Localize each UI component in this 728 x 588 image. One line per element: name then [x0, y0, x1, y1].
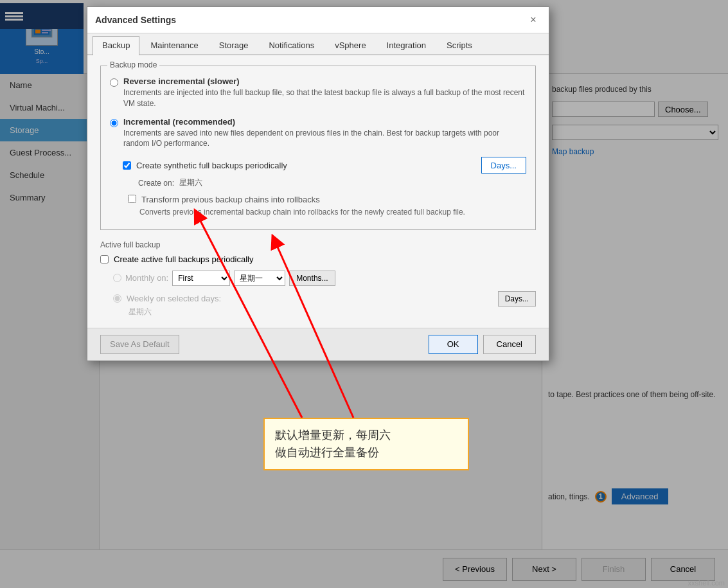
- footer-buttons: OK Cancel: [429, 335, 536, 354]
- reverse-incremental-option: Reverse incremental (slower) Increments …: [110, 76, 526, 109]
- synthetic-full-label[interactable]: Create synthetic full backups periodical…: [136, 161, 287, 170]
- backup-mode-radio-group: Reverse incremental (slower) Increments …: [110, 76, 526, 218]
- days-button[interactable]: Days...: [481, 157, 526, 174]
- synthetic-full-row: Create synthetic full backups periodical…: [123, 157, 526, 174]
- tab-notifications[interactable]: Notifications: [259, 36, 324, 54]
- monthly-label[interactable]: Monthly on:: [125, 273, 168, 283]
- tab-backup[interactable]: Backup: [93, 36, 139, 55]
- reverse-incremental-radio[interactable]: [110, 78, 118, 87]
- backup-mode-title: Backup mode: [107, 60, 159, 69]
- tab-storage[interactable]: Storage: [209, 36, 258, 54]
- incremental-desc: Increments are saved into new files depe…: [123, 128, 526, 150]
- incremental-label[interactable]: Incremental (recommended): [123, 117, 526, 127]
- active-full-backup-section: Active full backup Create active full ba…: [100, 240, 536, 317]
- dialog-tabs: Backup Maintenance Storage Notifications…: [87, 33, 549, 55]
- incremental-option: Incremental (recommended) Increments are…: [110, 117, 526, 150]
- active-full-label[interactable]: Create active full backups periodically: [114, 254, 254, 264]
- background-app: Sto... Sp... Name Virtual Machi... Stora…: [0, 0, 728, 588]
- monthly-first-select[interactable]: First: [172, 271, 230, 286]
- advanced-settings-dialog: Advanced Settings × Backup Maintenance S…: [87, 6, 549, 361]
- dialog-titlebar: Advanced Settings ×: [87, 7, 549, 33]
- months-button[interactable]: Months...: [289, 271, 335, 286]
- active-full-checkbox-row: Create active full backups periodically: [100, 254, 536, 264]
- dialog-content: Backup mode Reverse incremental (slower)…: [87, 55, 549, 328]
- ok-button[interactable]: OK: [429, 335, 478, 354]
- weekly-day-display: 星期六: [129, 307, 536, 317]
- monthly-radio[interactable]: [113, 274, 121, 282]
- transform-label[interactable]: Transform previous backup chains into ro…: [141, 195, 320, 204]
- dialog-title: Advanced Settings: [95, 15, 176, 25]
- tab-integration[interactable]: Integration: [377, 36, 436, 54]
- cancel-button[interactable]: Cancel: [483, 335, 536, 354]
- annotation-box: 默认增量更新，每周六 做自动进行全量备份: [263, 418, 469, 470]
- tab-maintenance[interactable]: Maintenance: [141, 36, 208, 54]
- backup-mode-group: Backup mode Reverse incremental (slower)…: [100, 66, 536, 230]
- synthetic-full-checkbox[interactable]: [123, 161, 131, 170]
- tab-vsphere[interactable]: vSphere: [325, 36, 375, 54]
- weekly-schedule-row: Weekly on selected days: Days...: [113, 291, 536, 307]
- reverse-incremental-desc: Increments are injected into the full ba…: [123, 87, 526, 109]
- watermark: xxshell.com: [688, 579, 725, 587]
- dialog-footer: Save As Default OK Cancel: [87, 328, 549, 361]
- transform-checkbox[interactable]: [128, 195, 136, 203]
- monthly-schedule-row: Monthly on: First 星期一 Months...: [113, 271, 536, 286]
- save-default-button[interactable]: Save As Default: [100, 335, 179, 354]
- transform-checkbox-row: Transform previous backup chains into ro…: [128, 195, 526, 204]
- create-on-row: Create on: 星期六: [138, 177, 526, 188]
- incremental-radio[interactable]: [110, 119, 118, 127]
- weekly-days-button[interactable]: Days...: [498, 291, 536, 307]
- active-full-checkbox[interactable]: [100, 255, 109, 263]
- active-full-title: Active full backup: [100, 240, 536, 249]
- weekly-label[interactable]: Weekly on selected days:: [127, 294, 221, 303]
- dialog-close-button[interactable]: ×: [526, 12, 541, 28]
- weekly-radio[interactable]: [113, 294, 121, 303]
- tab-scripts[interactable]: Scripts: [437, 36, 482, 54]
- synthetic-full-section: Create synthetic full backups periodical…: [123, 157, 526, 218]
- annotation-text: 默认增量更新，每周六 做自动进行全量备份: [275, 429, 391, 459]
- monthly-weekday-select[interactable]: 星期一: [234, 271, 285, 286]
- transform-desc: Converts previous incremental backup cha…: [139, 207, 526, 218]
- reverse-incremental-label[interactable]: Reverse incremental (slower): [123, 76, 526, 86]
